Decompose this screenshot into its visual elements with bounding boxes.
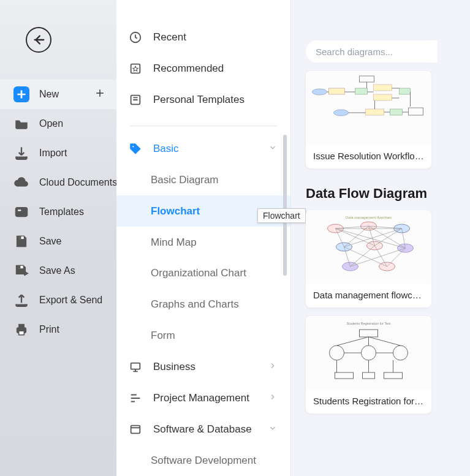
svg-rect-5: [19, 266, 20, 268]
category-label: Project Management: [153, 392, 249, 404]
category-recent[interactable]: Recent: [116, 22, 290, 53]
svg-rect-24: [390, 109, 403, 115]
category-label: Basic: [153, 143, 179, 155]
chevron-right-icon: [268, 361, 277, 372]
import-icon: [13, 145, 29, 161]
add-icon[interactable]: [94, 88, 105, 101]
subcategory-label: Graphs and Charts: [151, 298, 239, 311]
category-recommended[interactable]: Recommended: [116, 53, 290, 85]
scrollbar-thumb[interactable]: [283, 135, 287, 276]
folder-icon: [13, 116, 29, 132]
category-panel: Recent Recommended Personal Templates Ba…: [116, 0, 291, 476]
subcategory-org-chart[interactable]: Organizational Chart: [116, 258, 290, 289]
clock-icon: [129, 31, 142, 44]
sidebar-item-save[interactable]: Save: [0, 227, 116, 256]
file-sidebar: New Open Import Cloud Documents Template…: [0, 0, 116, 476]
subcategory-basic-diagram[interactable]: Basic Diagram: [116, 164, 290, 195]
svg-rect-17: [329, 88, 345, 94]
template-thumbnail: Data management flowchart: [306, 210, 431, 284]
sidebar-item-label: Cloud Documents: [39, 177, 117, 188]
svg-rect-19: [355, 88, 368, 94]
svg-point-26: [334, 110, 349, 116]
sidebar-item-label: Import: [39, 148, 67, 159]
templates-icon: [13, 204, 29, 220]
sidebar-item-label: New: [39, 89, 59, 100]
svg-point-12: [132, 146, 134, 148]
sidebar-item-cloud[interactable]: Cloud Documents: [0, 168, 116, 197]
template-caption: Students Registration for T...: [306, 390, 431, 414]
save-as-icon: [13, 263, 29, 279]
divider: [130, 126, 277, 126]
subcategory-label: Flowchart: [151, 205, 200, 217]
chevron-right-icon: [268, 393, 277, 404]
svg-point-18: [313, 89, 327, 95]
category-software-database[interactable]: Software & Database: [116, 414, 290, 445]
presentation-icon: [129, 360, 142, 374]
template-thumbnail: [306, 71, 431, 145]
sidebar-item-label: Print: [39, 324, 59, 335]
sidebar-item-label: Open: [39, 118, 63, 129]
back-button[interactable]: [26, 27, 51, 53]
sidebar-item-export[interactable]: Export & Send: [0, 285, 116, 315]
category-project-management[interactable]: Project Management: [116, 382, 290, 414]
subcategory-graphs-charts[interactable]: Graphs and Charts: [116, 289, 290, 320]
subcategory-software-development[interactable]: Software Development: [116, 445, 290, 476]
svg-rect-22: [400, 88, 411, 94]
gantt-icon: [129, 391, 142, 405]
sidebar-item-import[interactable]: Import: [0, 138, 116, 168]
chevron-down-icon: [268, 143, 277, 154]
sidebar-item-label: Save: [39, 236, 61, 247]
category-label: Personal Templates: [153, 94, 244, 106]
template-card-students-registration[interactable]: Students Registration for Test Students …: [306, 316, 431, 414]
category-business[interactable]: Business: [116, 352, 290, 383]
svg-text:Data management flowchart: Data management flowchart: [346, 216, 392, 219]
print-icon: [13, 322, 29, 338]
svg-rect-8: [19, 331, 25, 335]
save-icon: [13, 233, 29, 249]
svg-rect-21: [374, 94, 392, 100]
subcategory-label: Software Development: [151, 455, 256, 467]
cloud-icon: [13, 175, 29, 191]
subcategory-form[interactable]: Form: [116, 320, 290, 352]
subcategory-mindmap[interactable]: Mind Map: [116, 227, 290, 258]
star-badge-icon: [129, 62, 142, 75]
search-input[interactable]: [306, 40, 438, 62]
subcategory-label: Mind Map: [151, 236, 197, 249]
subcategory-label: Organizational Chart: [151, 267, 246, 279]
sidebar-item-print[interactable]: Print: [0, 315, 116, 344]
category-label: Recommended: [153, 62, 224, 75]
sidebar-item-templates[interactable]: Templates: [0, 197, 116, 227]
subcategory-label: Basic Diagram: [151, 174, 219, 186]
category-label: Software & Database: [153, 423, 252, 436]
sidebar-item-label: Save As: [39, 265, 75, 276]
svg-rect-20: [374, 85, 392, 91]
svg-rect-7: [19, 324, 25, 327]
template-card-issue-resolution[interactable]: Issue Resolution Workflow ...: [306, 71, 431, 168]
sidebar-item-open[interactable]: Open: [0, 109, 116, 138]
template-caption: Data management flowchart: [306, 284, 431, 308]
template-gallery: Issue Resolution Workflow ... Data Flow …: [291, 0, 470, 476]
tag-icon: [129, 142, 142, 156]
sidebar-item-label: Export & Send: [39, 295, 102, 306]
template-icon: [129, 93, 142, 107]
template-thumbnail: Students Registration for Test: [306, 316, 431, 390]
template-card-data-management[interactable]: Data management flowchart Data managemen…: [306, 210, 431, 308]
sidebar-item-new[interactable]: New: [0, 80, 116, 109]
svg-rect-0: [15, 207, 28, 216]
category-basic[interactable]: Basic: [116, 134, 290, 165]
subcategory-label: Form: [151, 330, 175, 342]
window-icon: [129, 423, 142, 436]
svg-rect-1: [18, 210, 22, 211]
tooltip: Flowchart: [257, 208, 306, 223]
section-title-dfd: Data Flow Diagram: [306, 186, 470, 202]
sidebar-item-label: Templates: [39, 206, 84, 217]
plus-box-icon: [13, 86, 29, 102]
svg-rect-14: [131, 425, 140, 433]
sidebar-item-saveas[interactable]: Save As: [0, 256, 116, 285]
svg-rect-10: [131, 64, 140, 74]
category-label: Recent: [153, 31, 186, 43]
svg-rect-23: [366, 109, 384, 115]
category-personal-templates[interactable]: Personal Templates: [116, 85, 290, 116]
template-caption: Issue Resolution Workflow ...: [306, 145, 431, 168]
export-icon: [13, 292, 29, 308]
